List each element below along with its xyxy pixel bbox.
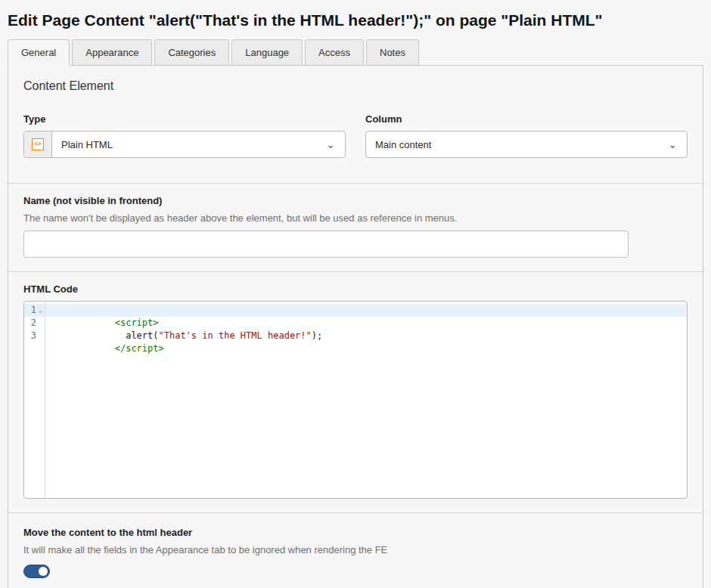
move-header-toggle[interactable]: [23, 565, 50, 578]
tab-access[interactable]: Access: [305, 39, 364, 66]
section-move-header: Move the content to the html header It w…: [8, 513, 703, 588]
content-element-heading: Content Element: [23, 79, 688, 93]
type-label: Type: [23, 113, 346, 125]
code-token: <script>: [115, 317, 159, 328]
tab-language[interactable]: Language: [231, 39, 303, 66]
code-token: );: [312, 330, 322, 341]
chevron-down-icon: ⌄: [668, 139, 687, 150]
code-token: </script>: [115, 343, 164, 354]
column-field: Column Main content ⌄: [365, 113, 688, 158]
name-label: Name (not visible in frontend): [23, 195, 688, 206]
page-title: Edit Page Content "alert("That's in the …: [8, 11, 703, 29]
move-header-label: Move the content to the html header: [23, 527, 688, 538]
line-number: 1: [31, 304, 36, 317]
section-content-element: Content Element Type <> Plain HTML ⌄ Col…: [8, 66, 703, 184]
gutter-line-1: 1 ⌄: [24, 304, 45, 317]
code-area[interactable]: <script> alert("That's in the HTML heade…: [45, 302, 687, 498]
type-field: Type <> Plain HTML ⌄: [23, 113, 346, 158]
toggle-knob: [39, 567, 48, 576]
edit-content-page: Edit Page Content "alert("That's in the …: [0, 11, 711, 588]
type-select[interactable]: <> Plain HTML ⌄: [23, 131, 346, 158]
move-header-description: It will make all the fields in the Appea…: [23, 544, 688, 556]
html-code-label: HTML Code: [23, 283, 688, 295]
type-icon-cell: <>: [24, 132, 52, 157]
column-label: Column: [365, 113, 688, 125]
column-select[interactable]: Main content ⌄: [365, 131, 688, 158]
name-input[interactable]: [23, 231, 629, 258]
tab-appearance[interactable]: Appearance: [72, 39, 152, 66]
section-html-code: HTML Code 1 ⌄ 2 3: [8, 272, 703, 513]
gutter-line-2: 2: [24, 317, 45, 330]
plain-html-type-icon: <>: [32, 138, 44, 150]
code-line: <script>: [45, 304, 687, 317]
name-description: The name won't be displayed as header ab…: [23, 212, 688, 224]
tab-general[interactable]: General: [8, 39, 70, 66]
code-editor[interactable]: 1 ⌄ 2 3 <script>: [23, 301, 688, 499]
type-select-value: Plain HTML: [52, 139, 326, 150]
code-token: "That's in the HTML header!": [159, 330, 312, 341]
tab-notes[interactable]: Notes: [366, 39, 419, 66]
section-name: Name (not visible in frontend) The name …: [8, 184, 703, 272]
fold-arrow-icon[interactable]: ⌄: [36, 304, 45, 317]
gutter-line-3: 3: [24, 330, 45, 342]
line-number: 3: [31, 330, 36, 342]
tab-categories[interactable]: Categories: [154, 39, 229, 66]
editor-gutter: 1 ⌄ 2 3: [24, 302, 45, 498]
line-number: 2: [31, 317, 36, 330]
chevron-down-icon: ⌄: [326, 139, 345, 150]
column-select-value: Main content: [366, 139, 668, 150]
general-tab-panel: Content Element Type <> Plain HTML ⌄ Col…: [8, 66, 703, 588]
form-tab-bar: General Appearance Categories Language A…: [8, 39, 703, 66]
code-token: alert(: [115, 330, 159, 341]
